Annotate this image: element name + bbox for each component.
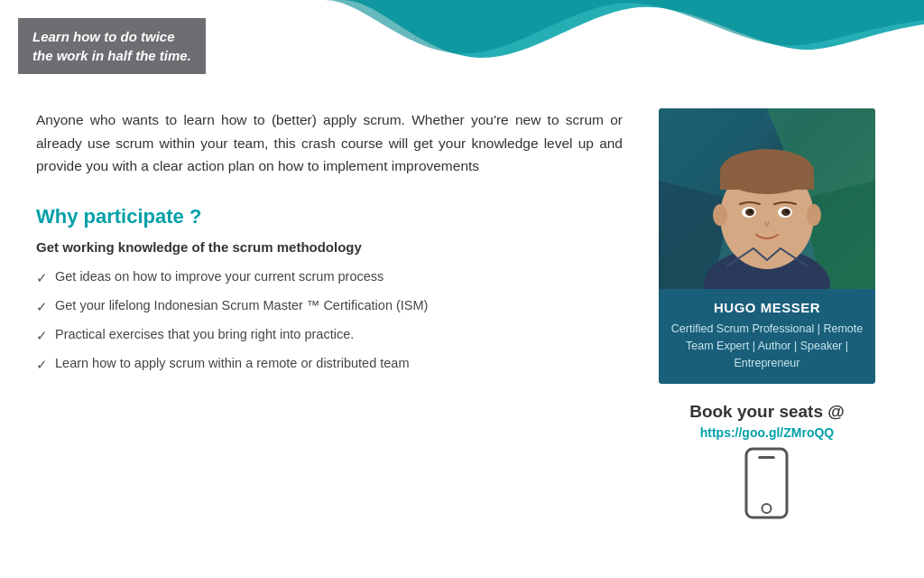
svg-point-15 — [785, 210, 789, 213]
checkmark-icon: ✓ — [36, 297, 48, 316]
list-item-text: Learn how to apply scrum within a remote… — [55, 354, 410, 372]
tagline-box: Learn how to do twice the work in half t… — [18, 18, 206, 74]
list-item-text: Get ideas on how to improve your current… — [55, 267, 383, 285]
book-seats-section: Book your seats @ https://goo.gl/ZMroQQ — [689, 402, 845, 519]
speaker-name: HUGO MESSER — [668, 300, 866, 315]
speaker-info: HUGO MESSER Certified Scrum Professional… — [659, 289, 875, 384]
svg-point-20 — [762, 504, 772, 513]
speaker-photo — [659, 108, 875, 289]
list-item: ✓ Learn how to apply scrum within a remo… — [36, 354, 623, 374]
book-seats-url[interactable]: https://goo.gl/ZMroQQ — [689, 425, 845, 440]
speaker-card: HUGO MESSER Certified Scrum Professional… — [659, 108, 875, 384]
list-item-text: Practical exercises that you bring right… — [55, 325, 354, 343]
checkmark-icon: ✓ — [36, 326, 48, 345]
sub-heading: Get working knowledge of the scrum metho… — [36, 239, 623, 255]
phone-icon — [742, 447, 791, 519]
list-item: ✓ Get your lifelong Indonesian Scrum Mas… — [36, 296, 623, 316]
list-item: ✓ Practical exercises that you bring rig… — [36, 325, 623, 345]
svg-rect-19 — [758, 456, 775, 459]
svg-rect-9 — [720, 172, 814, 190]
intro-paragraph: Anyone who wants to learn how to (better… — [36, 108, 623, 178]
left-column: Anyone who wants to learn how to (better… — [36, 108, 623, 519]
svg-rect-18 — [746, 449, 787, 517]
speaker-portrait-svg — [659, 108, 875, 289]
why-participate-heading: Why participate ? — [36, 205, 623, 228]
svg-point-14 — [749, 210, 753, 213]
top-banner: Learn how to do twice the work in half t… — [0, 0, 924, 90]
checkmark-icon: ✓ — [36, 355, 48, 374]
svg-point-17 — [807, 204, 821, 226]
book-seats-heading: Book your seats @ — [689, 402, 845, 422]
check-list: ✓ Get ideas on how to improve your curre… — [36, 267, 623, 374]
main-content: Anyone who wants to learn how to (better… — [0, 90, 924, 537]
checkmark-icon: ✓ — [36, 268, 48, 287]
speaker-title: Certified Scrum Professional | Remote Te… — [668, 321, 866, 371]
right-column: HUGO MESSER Certified Scrum Professional… — [650, 108, 884, 519]
svg-point-16 — [713, 204, 727, 226]
list-item-text: Get your lifelong Indonesian Scrum Maste… — [55, 296, 428, 314]
list-item: ✓ Get ideas on how to improve your curre… — [36, 267, 623, 287]
tagline-text: Learn how to do twice the work in half t… — [32, 27, 191, 65]
